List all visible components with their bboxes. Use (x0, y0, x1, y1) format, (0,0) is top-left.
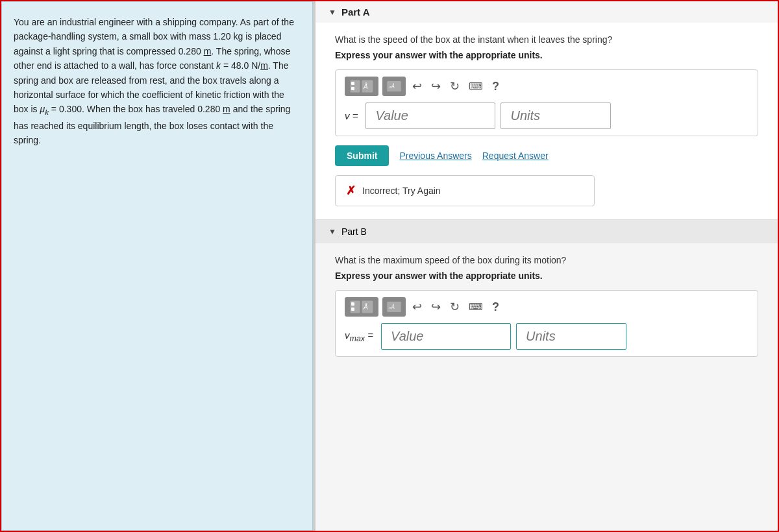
svg-text:Å: Å (363, 303, 368, 311)
problem-panel: You are an industrial engineer with a sh… (1, 1, 313, 531)
part-b-toolbar: Å ₙÅ ↩ ↪ ↻ ⌨ ? (345, 297, 748, 317)
part-a-value-input[interactable] (365, 103, 495, 129)
part-a-incorrect-box: ✗ Incorrect; Try Again (335, 175, 595, 206)
part-b-format-btn2[interactable]: ₙÅ (382, 297, 406, 317)
part-a-redo-btn[interactable]: ↪ (428, 78, 443, 95)
svg-text:Å: Å (363, 82, 368, 90)
part-a-keyboard-btn[interactable]: ⌨ (466, 79, 486, 93)
svg-rect-2 (351, 82, 354, 85)
part-b-answer-box: Å ₙÅ ↩ ↪ ↻ ⌨ ? vmax = (335, 290, 758, 357)
part-b-undo-btn[interactable]: ↩ (410, 298, 425, 315)
part-a-request-answer-link[interactable]: Request Answer (482, 151, 549, 161)
part-b-arrow: ▼ (328, 227, 336, 236)
svg-text:ₙÅ: ₙÅ (389, 83, 395, 90)
part-b-redo-btn[interactable]: ↪ (428, 298, 443, 315)
part-a-answer-box: Å ₙÅ ↩ ↪ ↻ ⌨ ? v = (335, 69, 758, 136)
part-a-format-btn1[interactable]: Å (345, 77, 378, 96)
part-a-express: Express your answer with the appropriate… (335, 50, 758, 60)
part-a-units-input[interactable] (501, 103, 611, 129)
part-b-content: What is the maximum speed of the box dur… (315, 243, 778, 379)
incorrect-text: Incorrect; Try Again (362, 186, 441, 196)
svg-rect-10 (351, 308, 354, 311)
part-a-submit-row: Submit Previous Answers Request Answer (335, 145, 758, 166)
part-b-express: Express your answer with the appropriate… (335, 271, 758, 281)
part-b-label: Part B (341, 226, 367, 237)
part-b-units-input[interactable] (516, 323, 626, 350)
part-a-question: What is the speed of the box at the inst… (335, 34, 758, 45)
part-a-var-label: v = (345, 110, 358, 121)
part-b-question: What is the maximum speed of the box dur… (335, 255, 758, 265)
part-a-format-btn2[interactable]: ₙÅ (382, 77, 406, 96)
part-a-content: What is the speed of the box at the inst… (315, 23, 778, 219)
problem-text: You are an industrial engineer with a sh… (14, 15, 301, 148)
part-a-header[interactable]: ▼ Part A (315, 1, 778, 23)
part-a-toolbar: Å ₙÅ ↩ ↪ ↻ ⌨ ? (345, 77, 748, 96)
svg-rect-3 (351, 87, 354, 90)
part-a-prev-answers-link[interactable]: Previous Answers (399, 151, 471, 161)
part-b-reset-btn[interactable]: ↻ (447, 298, 462, 315)
part-a-reset-btn[interactable]: ↻ (447, 78, 462, 95)
part-a-label: Part A (341, 6, 370, 18)
part-b-header[interactable]: ▼ Part B (315, 220, 778, 243)
part-b-help-btn[interactable]: ? (489, 299, 502, 315)
part-a-input-row: v = (345, 103, 748, 129)
part-b-format-btn1[interactable]: Å (345, 297, 378, 317)
part-b-input-row: vmax = (345, 323, 748, 350)
part-a-arrow: ▼ (328, 8, 336, 17)
right-panel: ▼ Part A What is the speed of the box at… (315, 1, 778, 531)
part-b-keyboard-btn[interactable]: ⌨ (466, 300, 486, 314)
part-a-undo-btn[interactable]: ↩ (410, 78, 425, 95)
svg-rect-7 (350, 300, 360, 313)
part-a-submit-btn[interactable]: Submit (335, 145, 389, 166)
part-b-value-input[interactable] (381, 323, 511, 350)
svg-rect-9 (351, 302, 354, 306)
part-b-var-label: vmax = (345, 330, 373, 343)
svg-rect-0 (350, 80, 360, 93)
part-a-help-btn[interactable]: ? (489, 79, 502, 95)
svg-text:ₙÅ: ₙÅ (389, 304, 395, 310)
incorrect-icon: ✗ (346, 184, 356, 198)
